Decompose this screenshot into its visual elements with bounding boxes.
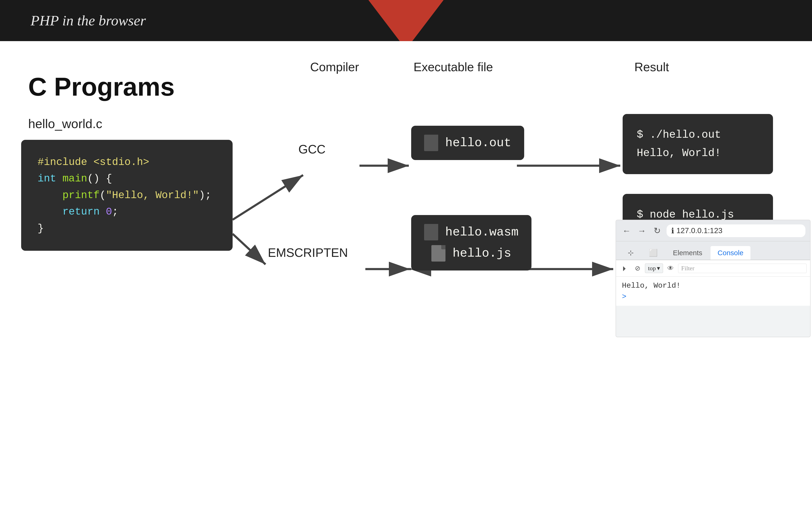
hello-js-name: hello.js (453, 246, 511, 260)
terminal-line2-gcc: Hello, World! (637, 144, 759, 162)
url-text: 127.0.0.1:123 (676, 226, 722, 235)
presentation-title: PHP in the browser (31, 12, 146, 29)
svg-line-1 (233, 175, 303, 220)
devtools-tabs-bar: ⊹ ⬜ Elements Console (616, 241, 810, 260)
source-file-label: hello_world.c (28, 116, 102, 131)
tab-console[interactable]: Console (710, 246, 750, 260)
top-dropdown[interactable]: top ▾ (645, 264, 663, 273)
hello-wasm-name: hello.wasm (445, 225, 519, 239)
top-bar: PHP in the browser (0, 0, 812, 41)
gcc-label: GCC (298, 142, 326, 156)
top-label: top (648, 265, 656, 272)
file-icon-wasm (424, 224, 438, 240)
col-compiler: Compiler (310, 60, 359, 74)
filter-label: Filter (681, 265, 694, 272)
tab-select-element[interactable]: ⊹ (621, 246, 641, 260)
hello-out-box: hello.out (411, 126, 524, 160)
slide-content: Compiler Executable file Result C Progra… (0, 41, 812, 525)
wasm-row: hello.wasm (424, 224, 519, 240)
block-icon[interactable]: ⊘ (632, 263, 643, 273)
chevron-down-icon: ▾ (657, 265, 660, 272)
emscripten-label: EMSCRIPTEN (268, 245, 348, 260)
browser-devtools-panel: ← → ↻ ℹ 127.0.0.1:123 ⊹ ⬜ Elements Conso… (616, 220, 811, 337)
device-icon: ⬜ (649, 249, 658, 257)
browser-url-bar[interactable]: ℹ 127.0.0.1:123 (667, 224, 806, 237)
hello-out-name: hello.out (445, 136, 511, 150)
file-icon-out (424, 135, 438, 151)
browser-address-bar: ← → ↻ ℹ 127.0.0.1:123 (616, 220, 810, 241)
console-filter-input[interactable]: Filter (678, 264, 807, 273)
browser-forward-button[interactable]: → (636, 225, 648, 237)
eye-icon[interactable]: 👁 (665, 263, 676, 273)
clear-console-button[interactable]: ⏵ (619, 263, 630, 273)
console-prompt[interactable]: > (622, 292, 804, 301)
svg-line-4 (233, 234, 265, 265)
section-title: C Programs (28, 72, 175, 102)
lock-icon: ℹ (671, 226, 674, 235)
tab-elements[interactable]: Elements (666, 246, 709, 260)
browser-back-button[interactable]: ← (621, 225, 632, 237)
console-hello-world: Hello, World! (622, 281, 804, 290)
hello-wasm-js-box: hello.wasm hello.js (411, 215, 532, 270)
js-row: hello.js (431, 245, 511, 261)
code-block: #include <stdio.h> int main() { printf("… (21, 140, 233, 251)
console-toolbar: ⏵ ⊘ top ▾ 👁 Filter (616, 260, 810, 276)
file-icon-js (431, 245, 445, 261)
tab-device[interactable]: ⬜ (642, 246, 665, 260)
browser-reload-button[interactable]: ↻ (651, 225, 663, 237)
col-executable: Executable file (414, 60, 493, 74)
console-output-area: Hello, World! > (616, 276, 810, 306)
code-content: #include <stdio.h> int main() { printf("… (37, 154, 216, 237)
col-result: Result (634, 60, 669, 74)
cursor-icon: ⊹ (628, 249, 634, 257)
terminal-result-gcc: $ ./hello.out Hello, World! (623, 114, 773, 174)
terminal-line1-gcc: $ ./hello.out (637, 126, 759, 144)
